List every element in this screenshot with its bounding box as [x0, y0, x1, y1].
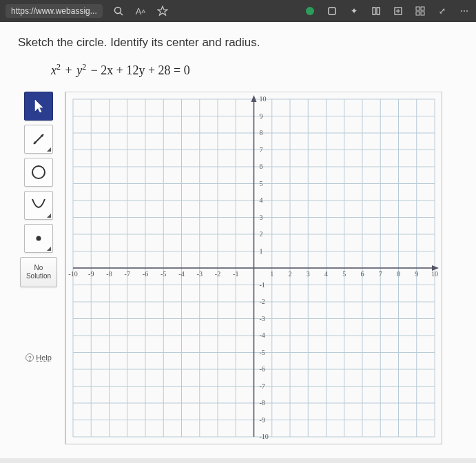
- ext-icon-4[interactable]: ⤢: [436, 5, 448, 17]
- svg-text:4: 4: [324, 270, 328, 278]
- svg-text:-10: -10: [68, 270, 77, 278]
- parabola-icon: [30, 196, 48, 214]
- collections-icon[interactable]: [392, 5, 404, 17]
- svg-text:7: 7: [379, 270, 382, 278]
- graph-area[interactable]: -10-9-8-7-6-5-4-3-2-112345678910-10-9-8-…: [65, 92, 442, 444]
- svg-marker-2: [158, 6, 167, 15]
- grid-icon[interactable]: [414, 5, 426, 17]
- svg-text:3: 3: [307, 270, 310, 278]
- star-icon[interactable]: [156, 5, 169, 17]
- svg-text:6: 6: [260, 163, 263, 170]
- svg-text:9: 9: [415, 270, 418, 278]
- svg-text:6: 6: [361, 270, 364, 278]
- svg-text:8: 8: [260, 129, 263, 136]
- svg-text:3: 3: [260, 214, 263, 221]
- font-size-icon[interactable]: AA: [134, 5, 147, 17]
- svg-text:-5: -5: [260, 349, 265, 356]
- circle-icon: [30, 163, 48, 181]
- svg-point-17: [37, 236, 41, 241]
- svg-text:-8: -8: [260, 399, 265, 407]
- magnify-icon[interactable]: [112, 5, 125, 17]
- svg-text:-9: -9: [260, 416, 265, 424]
- no-solution-button[interactable]: No Solution: [20, 257, 57, 287]
- point-tool-button[interactable]: [24, 224, 53, 253]
- svg-text:1: 1: [270, 270, 273, 278]
- graph-workspace: No Solution ? Help -10-9-8-7-6-5-4-3-2-1…: [18, 92, 458, 444]
- svg-marker-12: [35, 100, 43, 112]
- expand-icon: [47, 147, 51, 152]
- browser-toolbar: https://www.webassig... AA ✦ ⤢ ⋯: [0, 0, 476, 22]
- help-button[interactable]: ? Help: [25, 353, 52, 362]
- coordinate-grid[interactable]: -10-9-8-7-6-5-4-3-2-112345678910-10-9-8-…: [66, 92, 442, 444]
- expand-icon: [47, 214, 51, 218]
- svg-text:-5: -5: [161, 270, 166, 278]
- svg-text:10: 10: [260, 95, 267, 103]
- pointer-tool-button[interactable]: [24, 92, 53, 121]
- svg-text:8: 8: [397, 270, 400, 278]
- svg-point-0: [114, 8, 121, 14]
- svg-marker-63: [251, 95, 257, 102]
- svg-text:-1: -1: [260, 281, 265, 289]
- svg-text:-2: -2: [215, 270, 220, 278]
- svg-rect-8: [416, 7, 420, 10]
- svg-text:-3: -3: [197, 270, 203, 278]
- page-content: Sketch the circle. Identify its center a…: [0, 22, 476, 458]
- svg-text:-1: -1: [233, 270, 238, 278]
- point-icon: [34, 234, 43, 243]
- instruction-text: Sketch the circle. Identify its center a…: [18, 36, 458, 50]
- more-icon[interactable]: ⋯: [458, 5, 470, 17]
- svg-text:2: 2: [260, 230, 263, 238]
- svg-text:7: 7: [260, 146, 263, 154]
- help-icon: ?: [25, 353, 34, 362]
- svg-text:10: 10: [431, 270, 438, 278]
- url-display[interactable]: https://www.webassig...: [6, 4, 103, 18]
- ext-icon-1[interactable]: [304, 5, 316, 17]
- circle-tool-button[interactable]: [24, 158, 53, 187]
- svg-text:-4: -4: [260, 331, 265, 339]
- svg-text:-4: -4: [178, 270, 184, 278]
- svg-text:9: 9: [260, 112, 263, 120]
- svg-text:2: 2: [289, 270, 292, 278]
- svg-line-1: [120, 13, 123, 16]
- svg-text:-6: -6: [260, 365, 265, 373]
- graph-toolbar: No Solution ? Help: [18, 92, 59, 362]
- help-label: Help: [36, 353, 52, 362]
- ext-icon-3[interactable]: ✦: [348, 5, 360, 17]
- svg-rect-4: [329, 8, 335, 14]
- svg-text:1: 1: [260, 247, 263, 255]
- svg-text:5: 5: [342, 270, 346, 278]
- svg-text:-9: -9: [88, 270, 94, 278]
- svg-point-3: [306, 7, 314, 15]
- cursor-icon: [32, 99, 45, 114]
- reader-icon[interactable]: [370, 5, 382, 17]
- svg-text:5: 5: [260, 180, 263, 187]
- svg-text:-2: -2: [260, 298, 265, 305]
- equation-display: x2 + y2 − 2x + 12y + 28 = 0: [51, 62, 458, 78]
- svg-text:-8: -8: [106, 270, 112, 278]
- svg-rect-11: [421, 12, 424, 15]
- expand-icon: [47, 247, 51, 251]
- svg-text:-6: -6: [143, 270, 148, 278]
- svg-rect-10: [416, 12, 420, 15]
- svg-point-16: [32, 166, 45, 178]
- svg-text:-7: -7: [125, 270, 130, 278]
- line-icon: [30, 131, 47, 147]
- ext-icon-2[interactable]: [326, 5, 338, 17]
- svg-text:-10: -10: [260, 433, 269, 440]
- svg-text:4: 4: [260, 196, 263, 204]
- line-tool-button[interactable]: [24, 125, 53, 154]
- svg-rect-9: [421, 7, 424, 10]
- svg-text:-3: -3: [260, 315, 265, 322]
- svg-text:-7: -7: [260, 382, 265, 390]
- parabola-tool-button[interactable]: [24, 191, 53, 220]
